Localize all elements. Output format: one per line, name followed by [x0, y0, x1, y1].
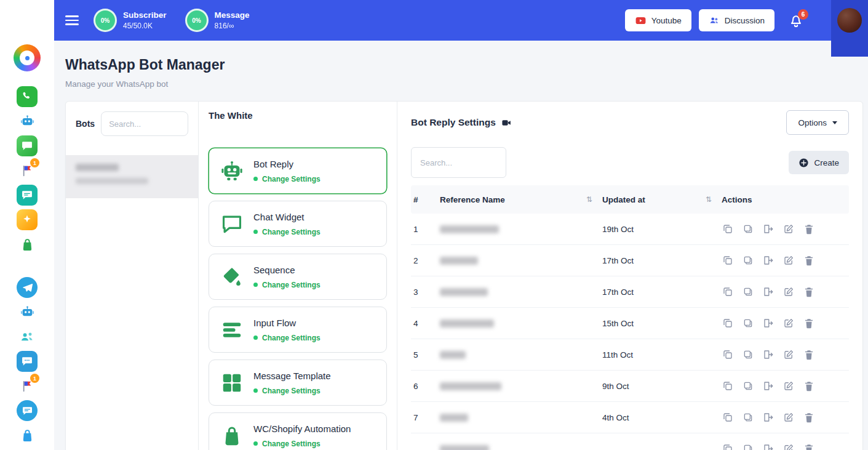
export-icon[interactable]: [762, 317, 774, 329]
delete-icon[interactable]: [803, 443, 815, 450]
integrations-icon[interactable]: [17, 209, 38, 230]
telegram-broadcast-icon[interactable]: 1: [17, 376, 38, 396]
delete-icon[interactable]: [803, 380, 815, 392]
col-reference-name: Reference Name: [440, 195, 505, 204]
change-settings-link[interactable]: Change Settings: [262, 387, 321, 395]
export-icon[interactable]: [762, 380, 774, 392]
change-settings-link[interactable]: Change Settings: [262, 334, 321, 342]
edit-icon[interactable]: [782, 380, 795, 392]
telegram-chat-settings-icon[interactable]: [17, 351, 38, 372]
delete-icon[interactable]: [803, 411, 815, 424]
options-button[interactable]: Options: [786, 110, 849, 135]
youtube-button[interactable]: Youtube: [625, 9, 691, 31]
delete-icon[interactable]: [803, 348, 815, 361]
whatsapp-broadcast-icon[interactable]: 1: [17, 160, 38, 181]
copy-icon[interactable]: [742, 411, 754, 424]
edit-icon[interactable]: [782, 348, 795, 361]
bots-search-input[interactable]: [101, 111, 188, 136]
setting-title: WC/Shopify Automation: [253, 424, 351, 434]
telegram-bot-icon[interactable]: [17, 302, 38, 323]
export-icon[interactable]: [762, 286, 774, 298]
duplicate-icon[interactable]: [722, 254, 734, 267]
duplicate-icon[interactable]: [722, 443, 734, 450]
copy-icon[interactable]: [742, 286, 754, 298]
delete-icon[interactable]: [803, 286, 815, 298]
telegram-icon[interactable]: [17, 277, 38, 298]
edit-icon[interactable]: [782, 443, 795, 450]
change-settings-link[interactable]: Change Settings: [262, 175, 321, 183]
duplicate-icon[interactable]: [722, 380, 734, 392]
row-number: 5: [412, 350, 440, 360]
export-icon[interactable]: [762, 411, 774, 424]
change-settings-link[interactable]: Change Settings: [262, 440, 321, 448]
delete-icon[interactable]: [803, 317, 815, 329]
whatsapp-chat-icon[interactable]: [17, 185, 38, 206]
export-icon[interactable]: [762, 223, 774, 235]
sort-updated-at-icon[interactable]: ⇅: [706, 195, 712, 204]
delete-icon[interactable]: [803, 223, 815, 235]
change-settings-link[interactable]: Change Settings: [262, 281, 321, 289]
row-updated-at: 15th Oct: [602, 319, 722, 328]
video-camera-icon[interactable]: [501, 118, 512, 128]
copy-icon[interactable]: [742, 223, 754, 235]
avatar[interactable]: [837, 8, 862, 33]
setting-card[interactable]: WC/Shopify Automation Change Settings: [209, 412, 387, 450]
copy-icon[interactable]: [742, 348, 754, 361]
export-icon[interactable]: [762, 254, 774, 267]
redacted-reference-name: [440, 445, 489, 450]
setting-card[interactable]: Chat Widget Change Settings: [209, 201, 387, 247]
create-button[interactable]: Create: [789, 151, 849, 174]
copy-icon[interactable]: [742, 380, 754, 392]
progress-circle: 0%: [94, 9, 117, 32]
user-menu[interactable]: [831, 0, 868, 57]
reply-panel-title: Bot Reply Settings: [411, 117, 496, 128]
edit-icon[interactable]: [782, 411, 795, 424]
setting-card[interactable]: Sequence Change Settings: [209, 254, 387, 300]
copy-icon[interactable]: [742, 254, 754, 267]
col-updated-at: Updated at: [602, 195, 645, 204]
telegram-chat-icon[interactable]: [17, 400, 38, 421]
bot-list-item-selected[interactable]: [66, 155, 198, 198]
edit-icon[interactable]: [782, 286, 795, 298]
progress-circle: 0%: [185, 9, 209, 32]
duplicate-icon[interactable]: [722, 411, 734, 424]
setting-title: Message Template: [253, 371, 331, 381]
setting-title: Bot Reply: [253, 159, 321, 169]
bot-settings-panel: The White Bot Reply Change Settings: [199, 102, 397, 450]
change-settings-link[interactable]: Change Settings: [262, 228, 321, 236]
copy-icon[interactable]: [742, 317, 754, 329]
telegram-group-icon[interactable]: [17, 326, 38, 347]
duplicate-icon[interactable]: [722, 223, 734, 235]
edit-icon[interactable]: [782, 317, 795, 329]
whatsapp-shop-icon[interactable]: [17, 234, 38, 255]
export-icon[interactable]: [762, 348, 774, 361]
plus-circle-icon: [798, 158, 809, 168]
table-row: 4 15th Oct: [411, 308, 849, 339]
duplicate-icon[interactable]: [722, 317, 734, 329]
status-dot: [253, 335, 258, 340]
row-updated-at: 4th Oct: [602, 413, 722, 422]
notifications-bell-icon[interactable]: 6: [788, 12, 804, 28]
app-logo-icon[interactable]: [14, 44, 41, 71]
whatsapp-icon[interactable]: [17, 86, 38, 107]
whatsapp-bot-icon[interactable]: [17, 111, 38, 132]
discussion-icon: [709, 15, 720, 26]
sort-reference-name-icon[interactable]: ⇅: [586, 195, 592, 204]
reply-search-input[interactable]: [411, 147, 506, 178]
copy-icon[interactable]: [742, 443, 754, 450]
row-updated-at: 19th Oct: [602, 225, 722, 234]
menu-toggle-icon[interactable]: [65, 15, 79, 25]
redacted-reference-name: [440, 257, 478, 265]
whatsapp-settings-icon[interactable]: [17, 135, 38, 156]
setting-card[interactable]: Message Template Change Settings: [209, 360, 387, 406]
duplicate-icon[interactable]: [722, 348, 734, 361]
duplicate-icon[interactable]: [722, 286, 734, 298]
setting-card[interactable]: Input Flow Change Settings: [209, 307, 387, 353]
export-icon[interactable]: [762, 443, 774, 450]
discussion-button[interactable]: Discussion: [699, 9, 774, 31]
edit-icon[interactable]: [782, 223, 795, 235]
edit-icon[interactable]: [782, 254, 795, 267]
telegram-shop-icon[interactable]: [17, 425, 38, 446]
delete-icon[interactable]: [803, 254, 815, 267]
setting-card[interactable]: Bot Reply Change Settings: [209, 148, 387, 194]
